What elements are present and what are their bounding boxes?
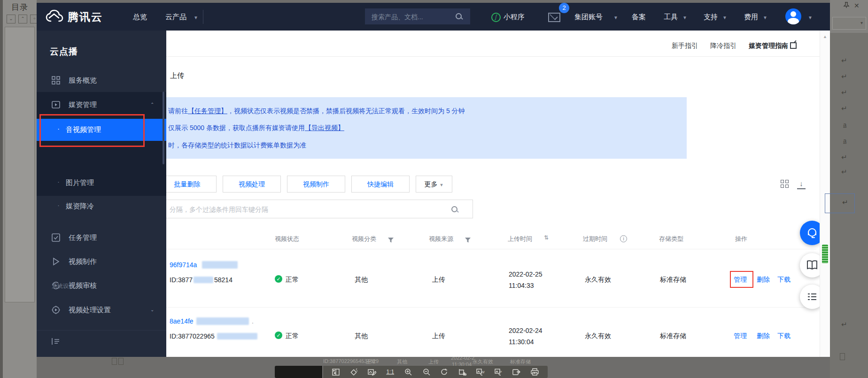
sidebar-divider [37,330,166,331]
scroll-up-icon[interactable]: ▲ [823,34,827,39]
zoom-out-icon[interactable] [422,368,431,376]
sort-icon[interactable]: ⇅ [544,234,549,241]
actual-size-icon[interactable]: 1:1 [386,368,395,376]
filter-funnel-icon[interactable] [388,236,394,241]
nav-products[interactable]: 云产品 [165,13,186,22]
crop-cut-icon[interactable] [458,368,467,376]
nav-support[interactable]: 支持 [704,13,718,22]
sidebar-item-service-overview[interactable]: 服务概览 [37,71,166,90]
sidebar-collapse-icon[interactable] [51,338,60,345]
search-icon[interactable] [456,13,462,19]
export-word-icon[interactable]: W [476,368,485,376]
doc-toc-panel: 目录 ⌄ ⌃ + [0,0,37,378]
cell-storage: 标准存储 [660,276,686,284]
filter-search-box[interactable] [160,200,473,218]
export-video-link[interactable]: 【导出视频】 [305,124,344,131]
status-ok-icon: ✓ [275,332,282,339]
delete-link[interactable]: 删除 [757,276,770,284]
style-dropdown[interactable]: ▾ [832,17,866,30]
toc-list-panel [5,27,35,302]
video-produce-button[interactable]: 视频制作 [287,176,345,193]
guide-link-cooling[interactable]: 降冷指引 [710,42,736,50]
sidebar-item-label: 任务管理 [69,233,97,242]
checkerboard-crop-icon[interactable] [331,368,341,376]
magic-erase-icon[interactable] [349,368,359,376]
nav-tools[interactable]: 工具 [664,13,678,22]
export-ppt-icon[interactable]: P [494,368,504,376]
nav-search-box[interactable] [365,8,470,24]
paragraph-return-mark: ↵ [841,72,847,81]
card-view-icon[interactable] [781,180,789,188]
sidebar-item-label: 视频制作 [69,257,97,266]
external-link-icon[interactable] [790,42,797,49]
notification-badge[interactable]: 2 [559,3,569,13]
video-name-link[interactable]: 96f9714a [170,261,197,269]
cell-category: 其他 [355,276,368,284]
guide-link-beginner[interactable]: 新手指引 [672,42,698,50]
col-source: 视频来源 [429,235,453,243]
notice-text: 仅展示 5000 条数据，获取点播所有媒资请使用 [168,124,305,131]
info-icon[interactable]: i [620,235,627,242]
nav-group-account[interactable]: 集团账号 [574,13,603,22]
avatar[interactable] [785,8,801,24]
pin-icon[interactable] [843,2,850,10]
cell-storage: 标准存储 [660,332,686,340]
paragraph-return-mark: ↵ [841,153,847,162]
download-link[interactable]: 下载 [777,332,790,340]
nav-billing[interactable]: 费用 [744,13,758,22]
export-file-icon[interactable] [512,368,521,376]
upload-tab-cut[interactable]: 上传 [170,71,184,80]
paragraph-return-mark: ↵ [841,320,847,329]
zoom-in-icon[interactable] [403,368,413,376]
doc-right-margin: ✕ ▾ ↵ ↵ ↵ ↵ a a ↵ ↵ ↵ [830,0,868,378]
notice-banner: 请前往【任务管理】，视频状态仅表示视频是否禁播，禁播后视频将无法正常观看，生效时… [160,97,687,159]
snip-preview-box [275,366,322,378]
vod-sidebar: 云点播 服务概览 媒资管理 ⌃ · 音视频管理 · 图片管理 · 媒资 [37,31,166,357]
download-link[interactable]: 下载 [777,276,790,284]
cell-upload-date: 2022-02-25 [509,270,542,278]
quick-edit-button[interactable]: 快捷编辑 [351,176,410,193]
download-list-icon[interactable]: ↓ [797,180,806,189]
nav-overview[interactable]: 总览 [133,13,147,22]
brand-name[interactable]: 腾讯云 [68,10,103,24]
guide-link-media-mgmt[interactable]: 媒资管理指南 [749,42,788,50]
annotate-image-icon[interactable] [367,368,377,376]
tencent-cloud-logo[interactable] [44,9,64,24]
mail-icon[interactable] [548,13,560,22]
task-mgmt-link[interactable]: 【任务管理】 [188,107,227,115]
toc-expand-button[interactable]: ⌃ [18,15,27,23]
sidebar-scrollbar-thumb[interactable] [163,92,164,164]
toc-collapse-button[interactable]: ⌄ [7,15,16,23]
filter-funnel-icon[interactable] [465,236,471,241]
print-icon[interactable] [530,368,540,376]
sidebar-item-label: 视频处理设置 [69,306,111,315]
delete-link[interactable]: 删除 [757,332,770,340]
col-category: 视频分类 [352,235,376,243]
video-process-button[interactable]: 视频处理 [223,176,281,193]
scrollbar-thumb[interactable] [822,245,828,263]
nav-beian[interactable]: 备案 [632,13,646,22]
chevron-down-icon: ▼ [722,15,727,20]
more-button[interactable]: 更多 ▼ [416,176,452,193]
sidebar-item-video-production[interactable]: 视频制作 [37,253,166,271]
sidebar-item-video-processing[interactable]: 视频处理设置 ⌄ [37,301,166,320]
chevron-up-icon: ⌃ [150,102,154,107]
cell-upload-time: 11:30:04 [509,338,534,346]
manage-link[interactable]: 管理 [734,332,747,340]
nav-miniprogram[interactable]: 小程序 [504,13,525,22]
search-icon[interactable] [451,206,457,212]
close-icon[interactable]: ✕ [854,2,860,9]
sidebar-item-media-mgmt[interactable]: 媒资管理 ⌃ [37,96,166,115]
browser-window: 腾讯云 总览 云产品 ▼ ʃ 小程序 2 集团账号 ▼ 备案 工具 ▼ 支持 ▼… [37,3,830,357]
sidebar-item-image-mgmt[interactable]: · 图片管理 [37,174,166,193]
video-id: ID:3877 [170,276,193,284]
search-input[interactable] [371,11,452,23]
rotate-icon[interactable] [440,368,449,376]
paragraph-return-mark: ↵ [841,88,847,97]
doc-left-edge [0,0,3,378]
sidebar-item-task-mgmt[interactable]: 任务管理 [37,229,166,247]
batch-delete-button[interactable]: 批量删除 [158,176,217,193]
chevron-down-icon: ⌄ [150,307,154,312]
video-name-link[interactable]: 8ae14fe [170,317,194,325]
filter-input[interactable] [169,204,443,215]
